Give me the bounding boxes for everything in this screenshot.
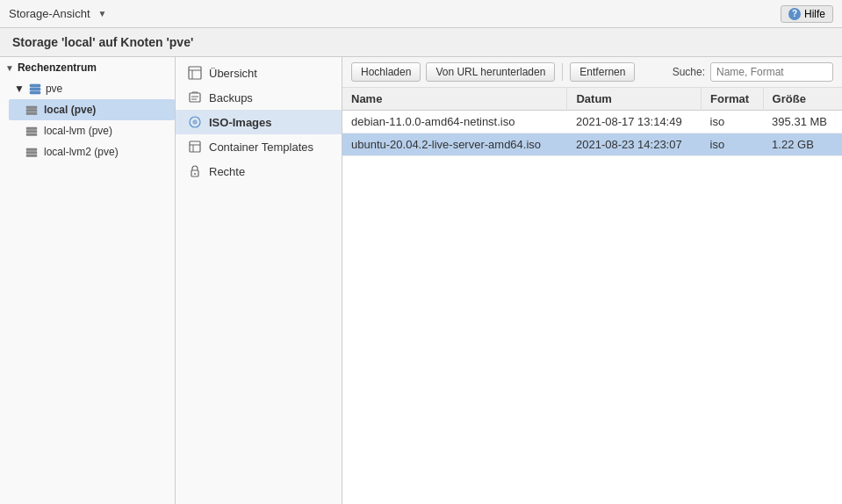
svg-rect-9: [26, 148, 37, 151]
storage-view-dropdown[interactable]: ▼: [96, 7, 110, 21]
cell-format: iso: [702, 133, 764, 156]
sidebar-item-local-pve[interactable]: local (pve): [9, 99, 175, 120]
sidebar-item-label-local-lvm: local-lvm (pve): [44, 125, 112, 137]
cell-grosse: 1.22 GB: [763, 133, 842, 156]
toolbar-separator: [562, 63, 563, 81]
svg-rect-8: [26, 133, 37, 136]
nav-item-container-templates[interactable]: Container Templates: [176, 134, 342, 159]
storage-icon-local-lvm: [25, 124, 39, 138]
table-header-row: Name Datum Format Größe: [342, 88, 842, 111]
sidebar-group-rechenzentrum: ▼ Rechenzentrum ▼ pve: [0, 57, 175, 162]
table-row[interactable]: debian-11.0.0-amd64-netinst.iso2021-08-1…: [342, 111, 842, 133]
svg-rect-5: [26, 112, 37, 115]
nav-panel: Übersicht Backups: [176, 57, 342, 504]
table-row[interactable]: ubuntu-20.04.2-live-server-amd64.iso2021…: [342, 133, 842, 156]
iso-images-icon: [188, 115, 202, 129]
pve-icon: [28, 82, 42, 96]
svg-rect-11: [26, 155, 37, 157]
page-title: Storage 'local' auf Knoten 'pve': [0, 28, 842, 57]
svg-rect-15: [190, 93, 200, 102]
group-toggle-icon: ▼: [5, 63, 14, 73]
col-name[interactable]: Name: [342, 88, 567, 111]
svg-rect-7: [26, 131, 37, 133]
col-datum[interactable]: Datum: [567, 88, 702, 111]
table-wrapper: Name Datum Format Größe debian-11.0.0-am…: [342, 88, 842, 504]
svg-rect-1: [30, 88, 40, 90]
nav-label-container-templates: Container Templates: [209, 140, 313, 154]
svg-rect-3: [26, 106, 37, 109]
sidebar-group-header[interactable]: ▼ Rechenzentrum: [0, 57, 175, 78]
col-grosse[interactable]: Größe: [763, 88, 842, 111]
nav-item-backups[interactable]: Backups: [176, 85, 342, 110]
rechte-icon: [188, 164, 202, 178]
main-layout: ▼ Rechenzentrum ▼ pve: [0, 57, 842, 504]
nav-item-rechte[interactable]: Rechte: [176, 159, 342, 184]
cell-name: debian-11.0.0-amd64-netinst.iso: [342, 111, 567, 133]
svg-rect-6: [26, 127, 37, 130]
storage-icon-local: [25, 103, 39, 117]
sidebar-item-local-lvm2-pve[interactable]: local-lvm2 (pve): [9, 141, 175, 162]
svg-rect-4: [26, 110, 37, 112]
nav-label-iso-images: ISO-Images: [209, 116, 272, 129]
search-input[interactable]: [710, 62, 833, 82]
search-label: Suche:: [673, 66, 705, 78]
nav-label-ubersicht: Übersicht: [209, 67, 257, 80]
svg-rect-21: [190, 141, 200, 152]
toolbar: Hochladen Von URL herunterladen Entferne…: [342, 57, 842, 88]
container-templates-icon: [188, 140, 202, 154]
remove-button[interactable]: Entfernen: [570, 62, 635, 82]
sidebar-item-local-lvm-pve[interactable]: local-lvm (pve): [9, 120, 175, 141]
content-area: Hochladen Von URL herunterladen Entferne…: [342, 57, 842, 504]
help-label: Hilfe: [804, 8, 825, 20]
svg-rect-12: [189, 67, 201, 79]
storage-view-label: Storage-Ansicht: [9, 7, 90, 20]
nav-label-rechte: Rechte: [209, 165, 245, 178]
nav-label-backups: Backups: [209, 91, 253, 104]
col-format[interactable]: Format: [702, 88, 764, 111]
storage-icon-local-lvm2: [25, 145, 39, 159]
help-icon: ?: [788, 8, 801, 20]
sidebar-group-label: Rechenzentrum: [18, 61, 97, 74]
svg-point-20: [194, 121, 196, 123]
cell-name: ubuntu-20.04.2-live-server-amd64.iso: [342, 133, 567, 156]
nav-item-ubersicht[interactable]: Übersicht: [176, 61, 342, 85]
top-bar-left: Storage-Ansicht ▼: [9, 7, 110, 21]
sidebar-subgroup-pve: ▼ pve: [0, 78, 175, 162]
cell-datum: 2021-08-17 13:14:49: [567, 111, 702, 133]
sidebar-subgroup-header[interactable]: ▼ pve: [9, 78, 175, 99]
subgroup-toggle-icon: ▼: [14, 83, 25, 95]
backups-icon: [188, 90, 202, 104]
upload-button[interactable]: Hochladen: [351, 62, 421, 82]
ubersicht-icon: [188, 66, 202, 80]
cell-datum: 2021-08-23 14:23:07: [567, 133, 702, 156]
sidebar-item-label-local-lvm2: local-lvm2 (pve): [44, 146, 119, 158]
iso-table: Name Datum Format Größe debian-11.0.0-am…: [342, 88, 842, 156]
svg-point-25: [194, 173, 196, 175]
svg-rect-2: [30, 91, 40, 94]
nav-item-iso-images[interactable]: ISO-Images: [176, 110, 342, 134]
sidebar-item-label-local: local (pve): [44, 104, 96, 116]
sidebar-subgroup-label: pve: [46, 83, 62, 95]
svg-rect-10: [26, 152, 37, 155]
cell-format: iso: [702, 111, 764, 133]
cell-grosse: 395.31 MB: [763, 111, 842, 133]
svg-rect-0: [30, 84, 40, 87]
sidebar: ▼ Rechenzentrum ▼ pve: [0, 57, 176, 504]
top-bar: Storage-Ansicht ▼ ? Hilfe: [0, 0, 842, 28]
help-button[interactable]: ? Hilfe: [781, 5, 833, 23]
download-url-button[interactable]: Von URL herunterladen: [426, 62, 555, 82]
